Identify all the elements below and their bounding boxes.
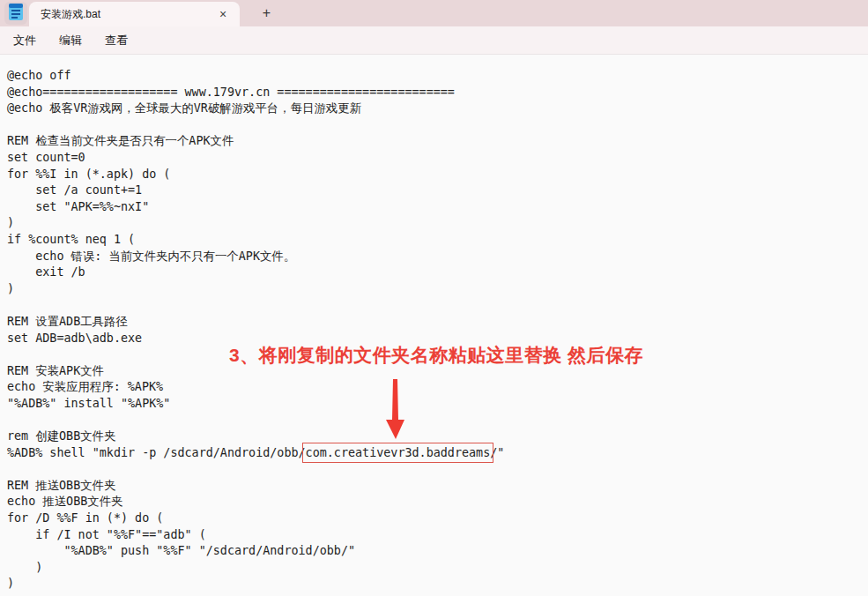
plus-icon: + [263, 5, 271, 21]
code-line [7, 297, 861, 314]
code-line: echo 错误: 当前文件夹内不只有一个APK文件。 [7, 249, 861, 265]
code-line: @echo=================== www.179vr.cn ==… [7, 85, 861, 101]
code-line [7, 461, 861, 478]
code-line: for %%I in (*.apk) do ( [7, 167, 861, 183]
code-line [7, 412, 861, 428]
menu-item-0[interactable]: 文件 [2, 28, 48, 53]
text-editor-area[interactable]: @echo off@echo=================== www.17… [0, 55, 868, 595]
code-line: rem 创建OBB文件夹 [7, 428, 861, 445]
code-line: @echo 极客VR游戏网，全球最大的VR破解游戏平台，每日游戏更新 [7, 101, 861, 117]
notepad-icon [8, 2, 24, 25]
code-line: if /I not "%%F"=="adb" ( [7, 527, 861, 544]
menubar: 文件编辑查看 [0, 26, 868, 55]
code-line: ) [7, 281, 861, 298]
code-line: echo 推送OBB文件夹 [7, 494, 861, 510]
code-segment: /" [490, 446, 504, 459]
code-line: ) [7, 576, 861, 592]
code-line: "%ADB%" push "%%F" "/sdcard/Android/obb/… [7, 543, 861, 560]
code-line: set /a count+=1 [7, 183, 861, 199]
code-line: REM 检查当前文件夹是否只有一个APK文件 [7, 133, 861, 150]
down-arrow-icon [384, 379, 407, 439]
close-tab-icon[interactable]: × [211, 4, 234, 24]
code-line: ) [7, 215, 861, 232]
code-line: for /D %%F in (*) do ( [7, 510, 861, 527]
code-line: REM 推送OBB文件夹 [7, 478, 861, 495]
code-line [7, 117, 861, 134]
code-line: %ADB% shell "mkdir -p /sdcard/Android/ob… [7, 445, 861, 462]
notepad-window: 安装游戏.bat × + 文件编辑查看 @echo off@echo======… [0, 0, 868, 596]
menu-item-1[interactable]: 编辑 [48, 28, 93, 53]
notepad-app-button[interactable] [4, 2, 27, 25]
code-line: exit /b [7, 264, 861, 281]
code-line: @echo off [7, 68, 861, 85]
new-tab-button[interactable]: + [256, 3, 278, 24]
code-line: set "APK=%%~nxI" [7, 199, 861, 216]
tab-title: 安装游戏.bat [41, 7, 211, 22]
code-segment: %ADB% shell "mkdir -p /sdcard/Android/ob… [7, 446, 306, 459]
tab-install-game-bat[interactable]: 安装游戏.bat × [29, 2, 240, 26]
code-line: if %count% neq 1 ( [7, 232, 861, 249]
menu-item-2[interactable]: 查看 [93, 28, 139, 53]
code-line: set count=0 [7, 150, 861, 167]
code-line: "%ADB%" install "%APK%" [7, 396, 861, 413]
highlighted-package-name: com.creativevr3d.baddreams [306, 446, 491, 459]
code-line: ) [7, 560, 861, 577]
titlebar[interactable]: 安装游戏.bat × + [0, 0, 868, 26]
annotation-step-text: 3、将刚复制的文件夹名称粘贴这里替换 然后保存 [229, 343, 643, 368]
code-line: REM 设置ADB工具路径 [7, 314, 861, 331]
code-line: echo 安装应用程序: %APK% [7, 379, 861, 396]
